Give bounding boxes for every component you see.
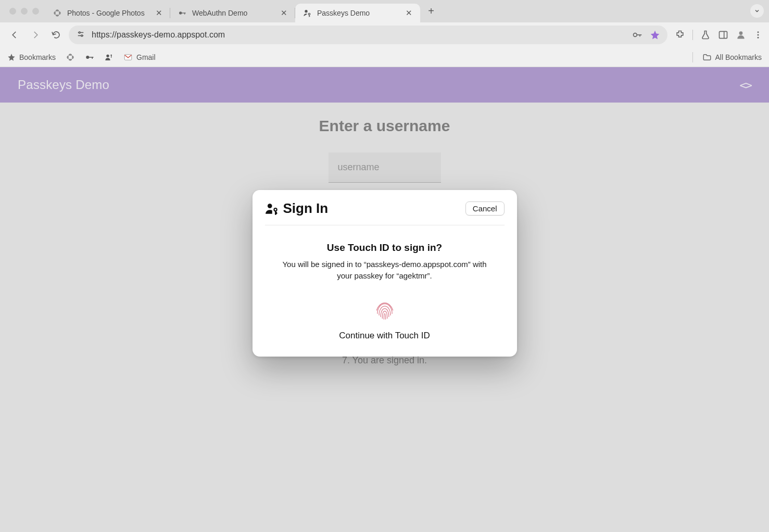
dialog-title: Sign In <box>283 200 329 217</box>
bookmark-gmail[interactable]: Gmail <box>123 53 156 62</box>
svg-point-4 <box>308 13 310 15</box>
toolbar: https://passkeys-demo.appspot.com <box>0 22 769 47</box>
svg-point-21 <box>106 54 109 57</box>
window-controls <box>5 8 45 15</box>
tab-photos[interactable]: Photos - Google Photos ✕ <box>45 4 170 22</box>
page-heading: Enter a username <box>319 117 450 135</box>
app-header: Passkeys Demo <> <box>0 67 769 103</box>
svg-point-14 <box>739 31 743 35</box>
toolbar-actions <box>672 30 763 40</box>
continue-label: Continue with Touch ID <box>274 331 495 341</box>
svg-rect-2 <box>184 12 185 14</box>
reload-button[interactable] <box>48 27 65 43</box>
separator <box>692 30 693 40</box>
svg-point-15 <box>758 31 759 33</box>
forward-button[interactable] <box>27 27 44 43</box>
svg-rect-19 <box>89 57 94 58</box>
window-minimize[interactable] <box>21 8 28 15</box>
svg-point-26 <box>274 208 276 211</box>
dialog-header: Sign In Cancel <box>265 200 505 225</box>
all-bookmarks-label: All Bookmarks <box>715 53 762 61</box>
extensions-icon[interactable] <box>675 30 685 40</box>
svg-point-6 <box>79 32 80 33</box>
bookmark-star-icon[interactable] <box>650 30 660 40</box>
back-button[interactable] <box>6 27 23 43</box>
address-bar[interactable]: https://passkeys-demo.appspot.com <box>69 26 667 44</box>
close-icon[interactable]: ✕ <box>280 9 288 17</box>
browser-chrome: Photos - Google Photos ✕ WebAuthn Demo ✕… <box>0 0 769 67</box>
all-bookmarks[interactable]: All Bookmarks <box>702 53 762 62</box>
new-tab-button[interactable]: + <box>423 4 439 19</box>
window-close[interactable] <box>9 8 16 15</box>
key-icon <box>178 8 187 18</box>
svg-point-17 <box>758 37 759 39</box>
svg-point-0 <box>179 11 182 14</box>
person-key-icon <box>265 202 279 216</box>
labs-icon[interactable] <box>700 30 711 40</box>
username-input[interactable] <box>329 153 441 183</box>
dialog-body: Use Touch ID to sign in? You will be sig… <box>265 225 505 341</box>
svg-point-8 <box>81 35 83 36</box>
bookmark-gmail-label: Gmail <box>136 53 156 61</box>
key-indicator-icon[interactable] <box>632 30 642 40</box>
code-icon[interactable]: <> <box>740 79 752 92</box>
tab-webauthn[interactable]: WebAuthn Demo ✕ <box>170 4 295 22</box>
separator <box>692 52 693 62</box>
fingerprint-icon[interactable] <box>372 297 398 323</box>
tab-title: Photos - Google Photos <box>67 9 149 17</box>
bookmark-pinwheel[interactable] <box>66 53 74 61</box>
close-icon[interactable]: ✕ <box>155 9 163 17</box>
svg-rect-1 <box>182 12 186 13</box>
svg-point-3 <box>305 10 307 12</box>
window-zoom[interactable] <box>32 8 39 15</box>
app-title: Passkeys Demo <box>18 78 109 92</box>
cancel-button[interactable]: Cancel <box>465 201 505 216</box>
svg-point-22 <box>110 54 112 56</box>
svg-rect-12 <box>720 31 727 38</box>
tab-title: Passkeys Demo <box>317 9 399 17</box>
tab-strip: Photos - Google Photos ✕ WebAuthn Demo ✕… <box>0 0 769 22</box>
svg-point-9 <box>634 33 637 37</box>
svg-rect-20 <box>92 57 93 59</box>
sidepanel-icon[interactable] <box>718 30 728 40</box>
signin-dialog: Sign In Cancel Use Touch ID to sign in? … <box>253 190 517 357</box>
close-icon[interactable]: ✕ <box>405 9 413 17</box>
svg-point-16 <box>758 34 759 36</box>
svg-point-25 <box>267 204 272 208</box>
tabs-dropdown[interactable] <box>750 4 764 18</box>
bookmark-key[interactable] <box>85 53 94 62</box>
bookmarks-button[interactable]: Bookmarks <box>7 53 56 61</box>
dialog-message: You will be signed in to “passkeys-demo.… <box>274 259 495 282</box>
url-text: https://passkeys-demo.appspot.com <box>92 30 626 40</box>
svg-point-18 <box>86 56 89 59</box>
tab-title: WebAuthn Demo <box>192 9 274 17</box>
profile-icon[interactable] <box>736 30 746 40</box>
dialog-question: Use Touch ID to sign in? <box>274 242 495 254</box>
bookmark-person[interactable] <box>105 53 113 61</box>
tab-passkeys[interactable]: Passkeys Demo ✕ <box>295 4 420 22</box>
bookmarks-bar: Bookmarks Gmail All Bookmarks <box>0 47 769 67</box>
bookmarks-label: Bookmarks <box>19 53 56 61</box>
menu-icon[interactable] <box>753 30 763 40</box>
pinwheel-icon <box>53 8 62 18</box>
site-settings-icon[interactable] <box>76 30 85 40</box>
person-key-icon <box>302 8 312 18</box>
